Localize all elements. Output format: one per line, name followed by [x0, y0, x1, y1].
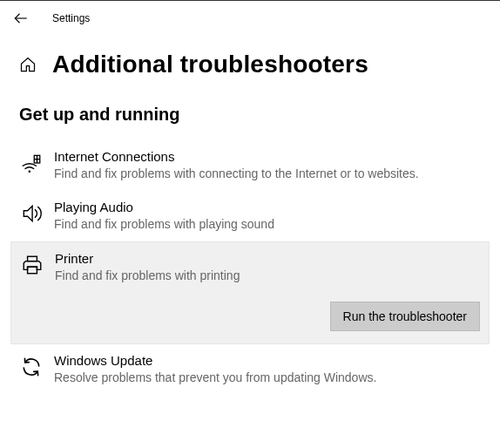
internet-icon	[19, 151, 44, 175]
item-desc: Find and fix problems with playing sound	[54, 216, 474, 233]
troubleshooter-item-audio[interactable]: Playing Audio Find and fix problems with…	[10, 191, 490, 241]
run-troubleshooter-button[interactable]: Run the troubleshooter	[330, 302, 480, 331]
run-button-row: Run the troubleshooter	[20, 284, 480, 335]
page-header: Additional troubleshooters	[0, 35, 500, 94]
home-icon	[19, 56, 37, 73]
item-title: Printer	[55, 251, 473, 266]
troubleshooter-item-windows-update[interactable]: Windows Update Resolve problems that pre…	[10, 344, 490, 395]
update-icon	[19, 355, 44, 379]
svg-point-1	[29, 170, 31, 173]
item-desc: Find and fix problems with connecting to…	[54, 166, 474, 182]
item-title: Internet Connections	[54, 149, 474, 164]
troubleshooter-item-printer[interactable]: Printer Find and fix problems with print…	[10, 241, 490, 344]
svg-rect-5	[28, 256, 37, 261]
item-title: Windows Update	[54, 353, 474, 368]
svg-rect-6	[28, 267, 37, 274]
item-desc: Resolve problems that prevent you from u…	[54, 370, 474, 386]
troubleshooter-list: Internet Connections Find and fix proble…	[0, 140, 500, 395]
audio-icon	[19, 201, 44, 226]
item-desc: Find and fix problems with printing	[55, 268, 473, 284]
section-title: Get up and running	[0, 94, 500, 140]
back-arrow-icon	[13, 10, 29, 26]
page-title: Additional troubleshooters	[52, 51, 368, 78]
item-title: Playing Audio	[54, 200, 474, 214]
home-button[interactable]	[19, 56, 37, 73]
back-button[interactable]	[10, 8, 31, 29]
troubleshooter-item-internet[interactable]: Internet Connections Find and fix proble…	[10, 140, 490, 191]
header-bar: Settings	[0, 0, 500, 35]
header-title: Settings	[52, 12, 90, 24]
printer-icon	[20, 253, 44, 277]
